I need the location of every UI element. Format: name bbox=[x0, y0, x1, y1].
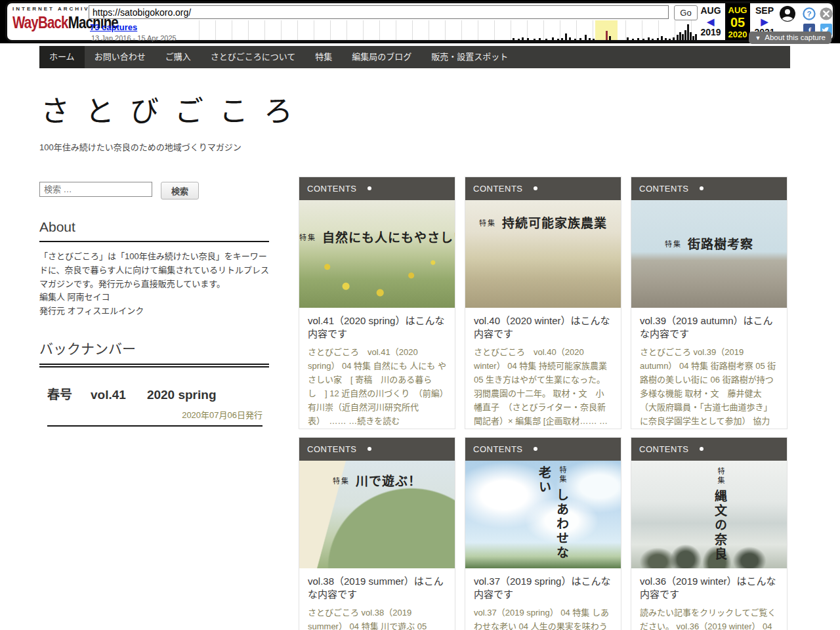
search-input[interactable] bbox=[39, 182, 152, 197]
issue-cover-image[interactable]: 特集自然にも人にもやさしい家 bbox=[299, 200, 455, 308]
chevron-down-icon: ▼ bbox=[755, 35, 761, 41]
cover-tag: 特集 bbox=[479, 219, 496, 228]
current-month-label: AUG bbox=[725, 5, 750, 15]
about-publisher-line: 発行元 オフィスエルインク bbox=[39, 304, 269, 318]
help-icon[interactable]: ? bbox=[803, 7, 816, 20]
main-navigation: ホーム お問い合わせ ご購入 さとびごころについて 特集 編集局のブログ 販売・… bbox=[39, 46, 790, 68]
issue-excerpt: さとびごころ vol.39（2019 autumn） 04 特集 街路樹考察 0… bbox=[640, 346, 778, 429]
cover-tag: 特集 bbox=[333, 477, 350, 486]
issue-card: CONTENTS 特集しあわせな老い vol.37（2019 spring）はこ… bbox=[465, 437, 621, 630]
issue-title-link[interactable]: vol.36（2019 winter）はこんな内容です bbox=[640, 575, 778, 601]
account-icon[interactable] bbox=[779, 5, 796, 22]
bullet-icon bbox=[700, 447, 704, 451]
issue-grid: CONTENTS 特集自然にも人にもやさしい家 vol.41（2020 spri… bbox=[299, 177, 790, 630]
cover-title: 川で遊ぶ！ bbox=[356, 474, 421, 488]
issue-cover-image[interactable]: 特集街路樹考察 bbox=[631, 200, 787, 308]
issue-title-link[interactable]: vol.37（2019 spring）はこんな内容です bbox=[474, 575, 612, 601]
cover-title: 持続可能家族農業 bbox=[502, 216, 607, 230]
nav-item-stockists[interactable]: 販売・設置スポット bbox=[421, 46, 518, 68]
wayback-machine-wordmark: WayBackMachine bbox=[12, 14, 76, 31]
cover-tag: 特集 bbox=[716, 467, 724, 486]
issue-excerpt: さとびごころ vol.40（2020 winter） 04 特集 持続可能家族農… bbox=[474, 346, 612, 429]
issue-cover-image[interactable]: 特集しあわせな老い bbox=[465, 461, 621, 568]
issue-card: CONTENTS 特集自然にも人にもやさしい家 vol.41（2020 spri… bbox=[299, 177, 455, 429]
about-editor-line: 編集人 阿南セイコ bbox=[39, 291, 269, 304]
nav-item-about-satobigokoro[interactable]: さとびごころについて bbox=[201, 46, 306, 68]
search-button[interactable]: 検索 bbox=[161, 182, 199, 200]
nav-item-editors-blog[interactable]: 編集局のブログ bbox=[342, 46, 421, 68]
contents-header: CONTENTS bbox=[465, 438, 621, 461]
captures-date-range: 13 Jan 2016 - 15 Apr 2025 bbox=[91, 34, 177, 42]
issue-title-link[interactable]: vol.39（2019 autumn）はこんな内容です bbox=[640, 314, 778, 341]
bullet-icon bbox=[368, 447, 371, 451]
issue-excerpt: vol.37（2019 spring） 04 特集 しあわせな老い 04 人生の… bbox=[474, 606, 612, 630]
wayback-logo[interactable]: INTERNET ARCHIVE WayBackMachine bbox=[12, 6, 90, 31]
about-heading: About bbox=[39, 219, 269, 242]
site-container: ホーム お問い合わせ ご購入 さとびごころについて 特集 編集局のブログ 販売・… bbox=[39, 46, 790, 630]
contents-header: CONTENTS bbox=[465, 177, 621, 200]
prev-capture-arrow-icon[interactable]: ◀ bbox=[698, 16, 724, 27]
main-content: 検索 About 「さとびごころ」は「100年住み続けたい奈良」をキーワードに、… bbox=[39, 177, 790, 630]
issue-card-body: vol.41（2020 spring）はこんな内容です さとびごころ vol.4… bbox=[299, 308, 455, 429]
contents-header: CONTENTS bbox=[631, 177, 787, 200]
cover-tag: 特集 bbox=[558, 466, 566, 484]
issue-excerpt: 読みたい記事をクリックしてご覧ください。 vol.36（2019 winter）… bbox=[640, 606, 778, 630]
issue-title-link[interactable]: vol.40（2020 winter）はこんな内容です bbox=[474, 314, 612, 341]
svg-text:?: ? bbox=[807, 10, 811, 18]
issue-card-body: vol.38（2019 summer）はこんな内容です さとびごころ vol.3… bbox=[299, 568, 455, 630]
issue-card-body: vol.40（2020 winter）はこんな内容です さとびごころ vol.4… bbox=[465, 308, 621, 429]
about-text: 「さとびごころ」は「100年住み続けたい奈良」をキーワードに、奈良で暮らす人に向… bbox=[39, 250, 269, 318]
bullet-icon bbox=[534, 186, 537, 190]
nav-item-features[interactable]: 特集 bbox=[305, 46, 342, 68]
prev-capture-nav: AUG ◀ 2019 bbox=[698, 5, 724, 38]
bullet-icon bbox=[368, 186, 371, 190]
about-this-capture-button[interactable]: ▼About this capture bbox=[749, 32, 831, 44]
bullet-icon bbox=[534, 447, 537, 451]
wayback-timeline[interactable] bbox=[199, 20, 698, 40]
backnumber-heading: バックナンバー bbox=[39, 338, 269, 368]
issue-cover-image[interactable]: 特集持続可能家族農業 bbox=[465, 200, 621, 308]
cover-title: 街路樹考察 bbox=[688, 237, 753, 251]
publish-date: 2020年07月06日発行 bbox=[47, 408, 262, 421]
next-capture-arrow-icon[interactable]: ▶ bbox=[751, 16, 778, 27]
wayback-toolbar-panel: INTERNET ARCHIVE WayBackMachine Go 73 ca… bbox=[5, 1, 835, 42]
issue-card-body: vol.37（2019 spring）はこんな内容です vol.37（2019 … bbox=[465, 568, 621, 630]
nav-item-home[interactable]: ホーム bbox=[39, 46, 85, 68]
issue-excerpt: さとびごころ vol.38（2019 summer） 04 特集 川で遊ぶ 05… bbox=[308, 606, 446, 630]
site-tagline: 100年住み続けたい奈良のための地域づくりマガジン bbox=[39, 140, 790, 153]
cover-tag: 特集 bbox=[665, 240, 682, 249]
nav-item-contact[interactable]: お問い合わせ bbox=[85, 46, 156, 68]
issue-cover-image[interactable]: 特集川で遊ぶ！ bbox=[299, 461, 455, 568]
current-year-label: 2020 bbox=[725, 30, 750, 39]
issue-card: CONTENTS 特集街路樹考察 vol.39（2019 autumn）はこんな… bbox=[631, 177, 788, 429]
wayback-toolbar: INTERNET ARCHIVE WayBackMachine Go 73 ca… bbox=[0, 0, 840, 43]
prev-year-label: 2019 bbox=[698, 27, 724, 38]
captures-link[interactable]: 73 captures bbox=[90, 22, 137, 32]
issue-title-link[interactable]: vol.41（2020 spring）はこんな内容です bbox=[308, 314, 446, 341]
cover-title: 縄文の奈良 bbox=[713, 490, 727, 562]
contents-header: CONTENTS bbox=[631, 438, 787, 461]
issue-cover-image[interactable]: 特集縄文の奈良 bbox=[631, 461, 787, 568]
current-capture-date: AUG 05 2020 bbox=[725, 3, 750, 40]
go-button[interactable]: Go bbox=[674, 5, 698, 20]
cover-tag: 特集 bbox=[299, 234, 316, 242]
backnumber-entry-link[interactable]: 春号vol.412020 spring bbox=[47, 385, 262, 402]
search-form: 検索 bbox=[39, 182, 269, 200]
issue-title-link[interactable]: vol.38（2019 summer）はこんな内容です bbox=[308, 575, 446, 601]
current-day-label: 05 bbox=[725, 15, 750, 30]
nav-item-purchase[interactable]: ご購入 bbox=[156, 46, 201, 68]
contents-header: CONTENTS bbox=[299, 177, 455, 200]
bullet-icon bbox=[700, 186, 704, 190]
backnumber-entry: 春号vol.412020 spring 2020年07月06日発行 bbox=[47, 385, 262, 427]
prev-month-label: AUG bbox=[698, 5, 724, 16]
close-icon[interactable] bbox=[820, 7, 833, 20]
site-title[interactable]: さとびごころ bbox=[41, 88, 790, 130]
sidebar-empty-area bbox=[39, 427, 269, 630]
internet-archive-label: INTERNET ARCHIVE bbox=[12, 6, 90, 12]
wayback-url-input[interactable] bbox=[89, 5, 669, 19]
read-more-link[interactable]: …続きを読む bbox=[348, 416, 400, 426]
issue-card-body: vol.39（2019 autumn）はこんな内容です さとびごころ vol.3… bbox=[631, 308, 787, 429]
sidebar: 検索 About 「さとびごころ」は「100年住み続けたい奈良」をキーワードに、… bbox=[39, 177, 269, 630]
issue-card-body: vol.36（2019 winter）はこんな内容です 読みたい記事をクリックし… bbox=[631, 568, 787, 630]
cover-title: 自然にも人にもやさしい家 bbox=[322, 230, 455, 245]
